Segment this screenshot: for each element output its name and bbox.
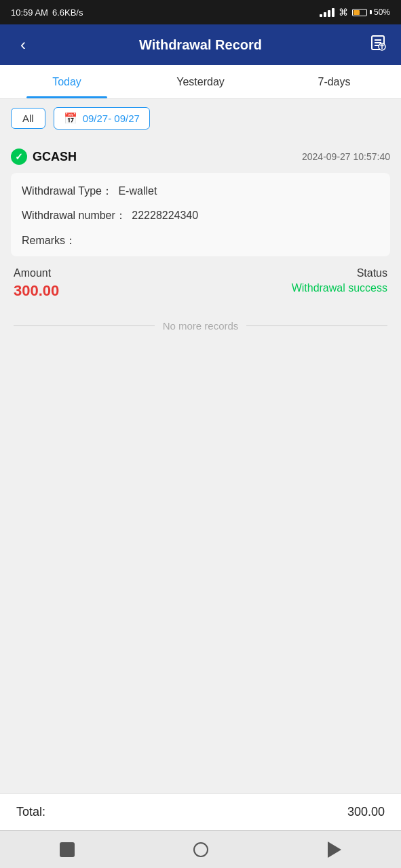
tab-today[interactable]: Today (0, 65, 134, 98)
transaction-timestamp: 2024-09-27 10:57:40 (302, 151, 390, 162)
signal-icon (320, 8, 335, 17)
empty-space (0, 352, 401, 623)
withdrawal-type-value: E-wallet (118, 185, 157, 197)
no-more-text: No more records (163, 320, 239, 332)
all-filter-button[interactable]: All (11, 108, 45, 129)
provider-check-icon: ✓ (11, 149, 27, 165)
network-speed: 6.6KB/s (52, 7, 83, 18)
status-value: Withdrawal success (292, 282, 387, 294)
no-more-right-line (246, 326, 387, 326)
circle-icon (193, 842, 208, 857)
transaction-details-card: Withdrawal Type： E-wallet Withdrawal num… (11, 173, 390, 256)
date-range-label: 09/27- 09/27 (83, 113, 140, 124)
status-right: ⌘ 50% (320, 7, 390, 18)
transaction-section: ✓ GCASH 2024-09-27 10:57:40 Withdrawal T… (0, 138, 401, 300)
provider-label: ✓ GCASH (11, 149, 77, 165)
status-left: 10:59 AM 6.6KB/s (11, 7, 83, 18)
wifi-icon: ⌘ (339, 7, 348, 18)
withdrawal-number-row: Withdrawal number： 22228224340 (22, 208, 379, 223)
withdrawal-number-value: 22228224340 (132, 210, 198, 221)
header: ‹ Withdrawal Record (0, 24, 401, 65)
withdrawal-type-label: Withdrawal Type： (22, 185, 113, 197)
content-area: ✓ GCASH 2024-09-27 10:57:40 Withdrawal T… (0, 138, 401, 793)
no-more-left-line (14, 326, 155, 326)
nav-bar (0, 830, 401, 868)
recent-apps-button[interactable] (318, 833, 351, 866)
withdrawal-type-row: Withdrawal Type： E-wallet (22, 184, 379, 199)
page-title: Withdrawal Record (35, 37, 366, 53)
provider-name: GCASH (33, 150, 77, 164)
total-bar: Total: 300.00 (0, 793, 401, 830)
all-filter-label: All (22, 113, 34, 124)
no-more-records: No more records (0, 300, 401, 352)
time-display: 10:59 AM (11, 7, 48, 18)
amount-label: Amount (14, 267, 59, 279)
total-value: 300.00 (347, 805, 385, 819)
amount-value: 300.00 (14, 282, 59, 300)
remarks-label: Remarks： (22, 235, 76, 246)
tab-bar: Today Yesterday 7-days (0, 65, 401, 99)
status-label: Status (292, 267, 387, 279)
filter-row: All 📅 09/27- 09/27 (0, 99, 401, 138)
transaction-header: ✓ GCASH 2024-09-27 10:57:40 (11, 149, 390, 165)
remarks-row: Remarks： (22, 233, 379, 248)
upload-record-icon[interactable] (366, 34, 390, 56)
back-nav-button[interactable] (185, 833, 217, 866)
amount-status-row: Amount 300.00 Status Withdrawal success (11, 267, 390, 300)
amount-section: Amount 300.00 (14, 267, 59, 300)
withdrawal-number-label: Withdrawal number： (22, 210, 126, 221)
tab-7days[interactable]: 7-days (267, 65, 401, 98)
square-icon (60, 842, 75, 857)
battery-icon: 50% (352, 7, 390, 17)
home-button[interactable] (51, 833, 83, 866)
tab-yesterday[interactable]: Yesterday (134, 65, 267, 98)
status-bar: 10:59 AM 6.6KB/s ⌘ 50% (0, 0, 401, 24)
status-section: Status Withdrawal success (292, 267, 387, 294)
calendar-icon: 📅 (64, 112, 77, 125)
back-button[interactable]: ‹ (11, 35, 35, 54)
battery-percent: 50% (374, 7, 390, 17)
date-range-button[interactable]: 📅 09/27- 09/27 (54, 107, 150, 130)
total-label: Total: (16, 805, 45, 819)
triangle-icon (328, 842, 341, 858)
